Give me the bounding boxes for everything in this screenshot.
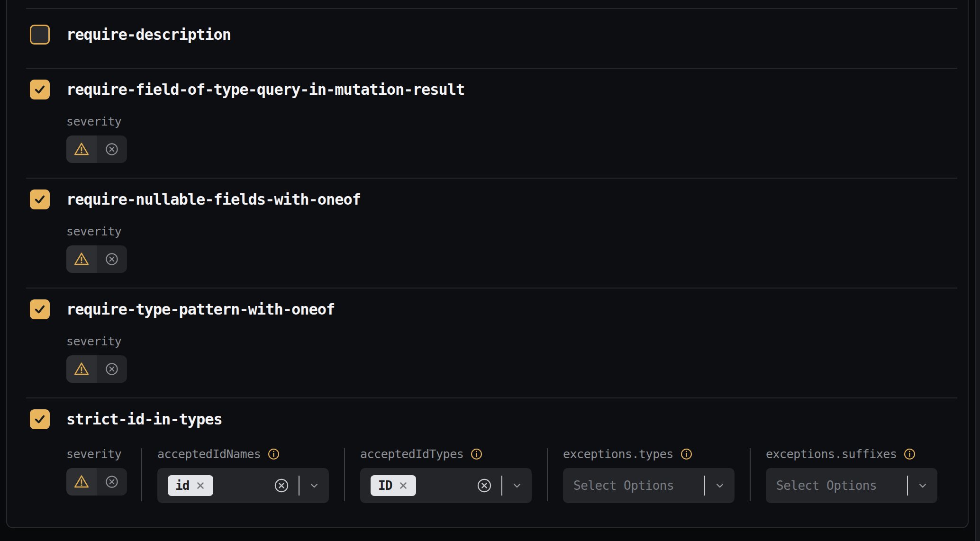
warning-icon bbox=[73, 361, 90, 377]
clear-selection-icon[interactable] bbox=[273, 477, 290, 494]
severity-label: severity bbox=[66, 115, 121, 128]
multiselect-separator bbox=[501, 476, 502, 496]
option-column-acceptedIdTypes: acceptedIdTypes ID bbox=[360, 446, 532, 503]
column-divider bbox=[344, 448, 345, 501]
multiselect-exceptions-suffixes[interactable]: Select Options bbox=[766, 468, 937, 503]
scrollbar[interactable] bbox=[975, 0, 980, 541]
rule-checkbox[interactable] bbox=[30, 25, 50, 45]
rule-name: require-description bbox=[66, 26, 231, 44]
severity-toggle bbox=[66, 135, 127, 163]
rule-name: require-nullable-fields-with-oneof bbox=[66, 190, 361, 208]
severity-warn-button[interactable] bbox=[66, 135, 97, 163]
option-label: acceptedIdNames bbox=[157, 447, 261, 461]
check-icon bbox=[33, 303, 46, 316]
multiselect-placeholder: Select Options bbox=[776, 478, 877, 493]
multiselect-placeholder: Select Options bbox=[573, 478, 674, 493]
severity-off-icon bbox=[104, 361, 119, 377]
rule-row-require-type-pattern-with-oneof: require-type-pattern-with-oneof severity bbox=[7, 289, 968, 397]
rule-name: strict-id-in-types bbox=[66, 410, 222, 428]
rule-name: require-type-pattern-with-oneof bbox=[66, 300, 335, 318]
severity-toggle bbox=[66, 468, 127, 496]
severity-warn-button[interactable] bbox=[66, 245, 97, 273]
severity-warn-button[interactable] bbox=[66, 468, 97, 496]
check-icon bbox=[33, 413, 46, 426]
rule-checkbox[interactable] bbox=[30, 299, 50, 319]
severity-label: severity bbox=[66, 447, 121, 461]
rules-config-panel: require-description require-field-of-typ… bbox=[6, 0, 969, 528]
multiselect-separator bbox=[907, 476, 908, 496]
severity-off-button[interactable] bbox=[97, 245, 127, 273]
check-icon bbox=[33, 83, 46, 96]
severity-off-button[interactable] bbox=[97, 355, 127, 383]
severity-column: severity bbox=[66, 446, 126, 496]
remove-chip-icon[interactable] bbox=[398, 480, 408, 491]
chip-label: ID bbox=[378, 478, 392, 493]
chevron-down-icon[interactable] bbox=[714, 479, 726, 492]
warning-icon bbox=[73, 474, 90, 490]
selected-option-chip: ID bbox=[371, 475, 416, 496]
column-divider bbox=[547, 448, 548, 501]
severity-off-icon bbox=[104, 474, 119, 489]
multiselect-acceptedIdTypes[interactable]: ID bbox=[360, 468, 532, 503]
severity-warn-button[interactable] bbox=[66, 355, 97, 383]
option-column-exceptions-suffixes: exceptions.suffixes Select Options bbox=[766, 446, 937, 503]
info-icon[interactable] bbox=[470, 448, 483, 460]
info-icon[interactable] bbox=[903, 448, 916, 460]
severity-off-button[interactable] bbox=[97, 468, 127, 496]
severity-off-icon bbox=[104, 142, 119, 157]
panel-top-spacer bbox=[7, 0, 968, 8]
severity-label: severity bbox=[66, 334, 121, 348]
severity-toggle bbox=[66, 245, 127, 273]
chip-label: id bbox=[175, 478, 189, 493]
info-icon[interactable] bbox=[680, 448, 693, 460]
check-icon bbox=[33, 193, 46, 206]
severity-off-icon bbox=[104, 252, 119, 267]
option-column-acceptedIdNames: acceptedIdNames id bbox=[157, 446, 329, 503]
option-label: exceptions.suffixes bbox=[766, 447, 897, 461]
rule-checkbox[interactable] bbox=[30, 189, 50, 209]
chevron-down-icon[interactable] bbox=[916, 479, 929, 492]
selected-option-chip: id bbox=[168, 475, 213, 496]
multiselect-acceptedIdNames[interactable]: id bbox=[157, 468, 329, 503]
option-label: acceptedIdTypes bbox=[360, 447, 463, 461]
rule-row-require-field-of-type-query-in-mutation-result: require-field-of-type-query-in-mutation-… bbox=[7, 69, 968, 178]
column-divider bbox=[750, 448, 751, 501]
rule-options-row: severity bbox=[66, 446, 956, 503]
rule-row-require-description: require-description bbox=[7, 9, 968, 68]
chevron-down-icon[interactable] bbox=[308, 479, 320, 492]
multiselect-separator bbox=[299, 476, 299, 496]
rule-name: require-field-of-type-query-in-mutation-… bbox=[66, 81, 464, 99]
option-label: exceptions.types bbox=[563, 447, 673, 461]
severity-toggle bbox=[66, 355, 127, 383]
info-icon[interactable] bbox=[267, 448, 280, 460]
warning-icon bbox=[73, 251, 90, 267]
rule-checkbox[interactable] bbox=[30, 409, 50, 429]
warning-icon bbox=[73, 141, 90, 157]
clear-selection-icon[interactable] bbox=[476, 477, 493, 494]
rule-row-strict-id-in-types: strict-id-in-types severity bbox=[7, 398, 968, 527]
column-divider bbox=[141, 448, 142, 501]
severity-off-button[interactable] bbox=[97, 135, 127, 163]
option-column-exceptions-types: exceptions.types Select Options bbox=[563, 446, 735, 503]
rule-row-require-nullable-fields-with-oneof: require-nullable-fields-with-oneof sever… bbox=[7, 179, 968, 288]
severity-label: severity bbox=[66, 225, 121, 238]
multiselect-exceptions-types[interactable]: Select Options bbox=[563, 468, 735, 503]
rule-checkbox[interactable] bbox=[30, 80, 50, 99]
remove-chip-icon[interactable] bbox=[195, 480, 206, 491]
chevron-down-icon[interactable] bbox=[511, 479, 523, 492]
multiselect-separator bbox=[704, 476, 705, 496]
